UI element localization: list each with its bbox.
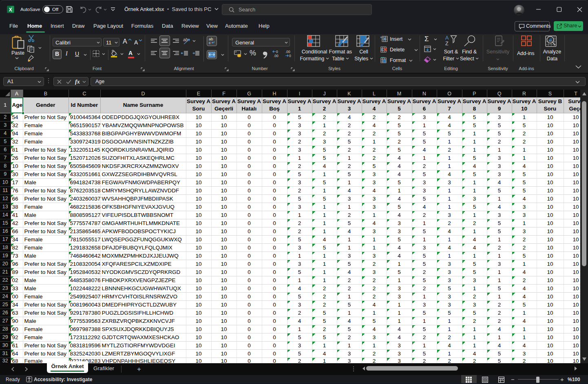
svg-text:c: c: [209, 40, 211, 45]
svg-text:A: A: [445, 35, 449, 41]
svg-text:X: X: [9, 7, 12, 13]
svg-text:.00: .00: [274, 54, 279, 58]
svg-text:0: 0: [276, 50, 278, 54]
svg-text:Z: Z: [445, 41, 449, 46]
svg-text:0: 0: [289, 54, 291, 58]
svg-text:.00: .00: [285, 50, 290, 54]
